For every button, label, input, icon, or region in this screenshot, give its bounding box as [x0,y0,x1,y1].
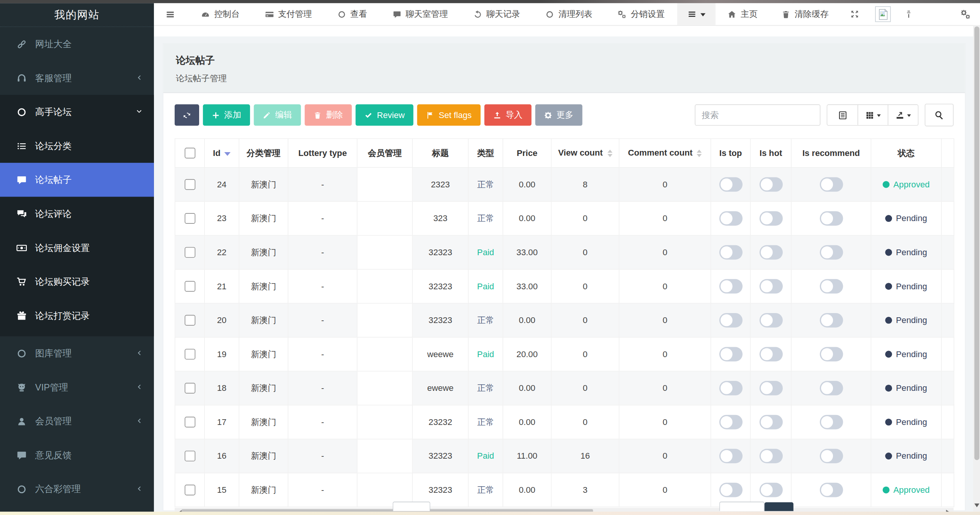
detail-view-button[interactable] [827,105,857,125]
is_hot-toggle[interactable] [759,279,782,294]
refresh-button[interactable] [175,104,199,126]
table-row[interactable]: 21新澳门-32323Paid33.0000Pending [175,269,954,303]
is_hot-toggle[interactable] [759,449,782,463]
sidebar-item-forum-posts[interactable]: 论坛帖子 [0,163,154,197]
search-button[interactable] [925,104,954,126]
column-header-type[interactable]: 类型 [468,139,503,167]
table-row[interactable]: 23新澳门-323正常0.0000Pending [175,202,954,236]
sidebar-item-forum-commission[interactable]: 论坛佣金设置 [0,231,154,265]
tab-list-dropdown[interactable] [677,3,715,25]
is_recommend-toggle[interactable] [820,177,843,192]
table-row[interactable]: 15新澳门-32323正常0.0030Approved [175,473,954,507]
is_recommend-toggle[interactable] [820,415,843,430]
column-header-category[interactable]: 分类管理 [239,139,288,167]
is_top-toggle[interactable] [719,347,742,362]
is_top-toggle[interactable] [719,483,742,497]
row-checkbox[interactable] [184,179,195,190]
row-checkbox[interactable] [184,213,195,224]
table-row[interactable]: 22新澳门-32323Paid33.0000Pending [175,235,954,269]
column-header-comments[interactable]: Comment count [619,139,711,167]
column-header-lottery_type[interactable]: Lottery type [288,139,357,167]
delete-button[interactable]: 删除 [305,104,352,126]
settings-button[interactable] [951,9,980,19]
pagination-active-page-clipped[interactable] [764,502,793,511]
sort-icon[interactable] [607,147,612,159]
add-button[interactable]: 添加 [203,104,250,126]
is_hot-toggle[interactable] [759,415,782,430]
is_recommend-toggle[interactable] [820,211,843,226]
nav-link-clear-cache[interactable]: 清除缓存 [769,3,840,25]
row-checkbox[interactable] [184,349,195,359]
nav-tab-cleanup[interactable]: 清理列表 [533,3,605,25]
column-header-checkbox[interactable] [175,139,205,167]
is_top-toggle[interactable] [719,381,742,395]
column-header-is_top[interactable]: Is top [711,139,750,167]
is_recommend-toggle[interactable] [820,279,843,294]
column-header-views[interactable]: View count [551,139,619,167]
table-row[interactable]: 18新澳门-ewewe正常0.0000Pending [175,371,954,405]
nav-tab-distribution[interactable]: 分销设置 [605,3,677,25]
columns-button[interactable] [857,105,888,125]
more-button[interactable]: 更多 [535,104,582,126]
is_hot-toggle[interactable] [759,245,782,260]
edit-button[interactable]: 编辑 [254,104,301,126]
is_recommend-toggle[interactable] [820,449,843,463]
table-row[interactable]: 24新澳门-2323正常0.0080Approved [175,167,954,202]
sidebar-item-forum-comments[interactable]: 论坛评论 [0,197,154,231]
sidebar-item-forum-purchases[interactable]: 论坛购买记录 [0,265,154,299]
is_recommend-toggle[interactable] [820,347,843,362]
sidebar-item-vip[interactable]: VIP管理 [0,370,154,404]
row-checkbox[interactable] [184,315,195,326]
is_recommend-toggle[interactable] [820,313,843,328]
is_hot-toggle[interactable] [759,313,782,328]
column-header-member[interactable]: 会员管理 [357,139,412,167]
is_top-toggle[interactable] [719,279,742,294]
is_recommend-toggle[interactable] [820,381,843,395]
is_hot-toggle[interactable] [759,211,782,226]
search-input[interactable] [695,104,820,126]
fullscreen-button[interactable] [841,3,869,25]
sidebar-item-lottery[interactable]: 六合彩管理 [0,472,154,506]
row-checkbox[interactable] [184,247,195,258]
is_top-toggle[interactable] [719,449,742,463]
column-header-is_recommend[interactable]: Is recommend [791,139,871,167]
pagination-button-clipped[interactable] [719,502,764,511]
is_hot-toggle[interactable] [759,347,782,362]
nav-tab-dashboard[interactable]: 控制台 [188,3,252,25]
is_top-toggle[interactable] [719,313,742,328]
import-button[interactable]: 导入 [484,104,531,126]
table-row[interactable]: 17新澳门-23232正常0.0000Pending [175,405,954,439]
is_hot-toggle[interactable] [759,483,782,497]
nav-tab-chatlog[interactable]: 聊天记录 [460,3,533,25]
column-header-is_hot[interactable]: Is hot [750,139,791,167]
vertical-scrollbar[interactable] [973,25,980,512]
vertical-scrollbar-thumb[interactable] [974,26,979,460]
sidebar-item-forum-category[interactable]: 论坛分类 [0,129,154,163]
row-checkbox[interactable] [184,281,195,292]
table-row[interactable]: 20新澳门-32323正常0.0000Pending [175,303,954,337]
row-checkbox[interactable] [184,451,195,461]
export-button[interactable] [888,105,918,125]
is_recommend-toggle[interactable] [820,245,843,260]
nav-tab-payment[interactable]: 支付管理 [252,3,325,25]
is_hot-toggle[interactable] [759,177,782,192]
user-menu-button[interactable] [895,3,923,25]
scroll-down-arrow-icon[interactable] [974,504,979,510]
sort-desc-icon[interactable] [224,152,231,159]
review-button[interactable]: Review [355,104,413,126]
sidebar-item-service[interactable]: 客服管理 [0,61,154,95]
table-row[interactable]: 16新澳门-32323Paid11.00160Pending [175,439,954,473]
row-checkbox[interactable] [184,417,195,428]
row-checkbox[interactable] [184,485,195,495]
is_top-toggle[interactable] [719,211,742,226]
sidebar-item-forum[interactable]: 高手论坛 [0,95,154,129]
is_top-toggle[interactable] [719,415,742,430]
avatar[interactable] [875,6,891,22]
column-header-extra[interactable] [941,139,954,167]
sort-icon[interactable] [697,147,702,159]
is_top-toggle[interactable] [719,177,742,192]
column-header-title[interactable]: 标题 [412,139,468,167]
sidebar-toggle-button[interactable] [154,3,188,25]
is_hot-toggle[interactable] [759,381,782,395]
is_top-toggle[interactable] [719,245,742,260]
